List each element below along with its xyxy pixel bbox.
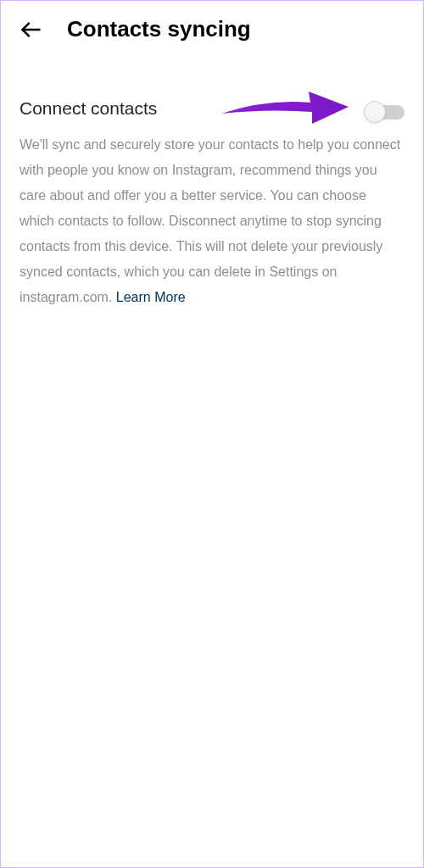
connect-contacts-row: Connect contacts [1, 90, 423, 132]
connect-contacts-toggle[interactable] [367, 101, 404, 116]
connect-contacts-label: Connect contacts [20, 98, 157, 119]
description-text: We'll sync and securely store your conta… [1, 132, 423, 310]
header: Contacts syncing [1, 1, 423, 58]
back-arrow-icon[interactable] [20, 18, 43, 42]
page-title: Contacts syncing [67, 16, 251, 42]
description-body: We'll sync and securely store your conta… [20, 137, 400, 304]
toggle-thumb [364, 101, 386, 123]
learn-more-link[interactable]: Learn More [116, 290, 186, 304]
